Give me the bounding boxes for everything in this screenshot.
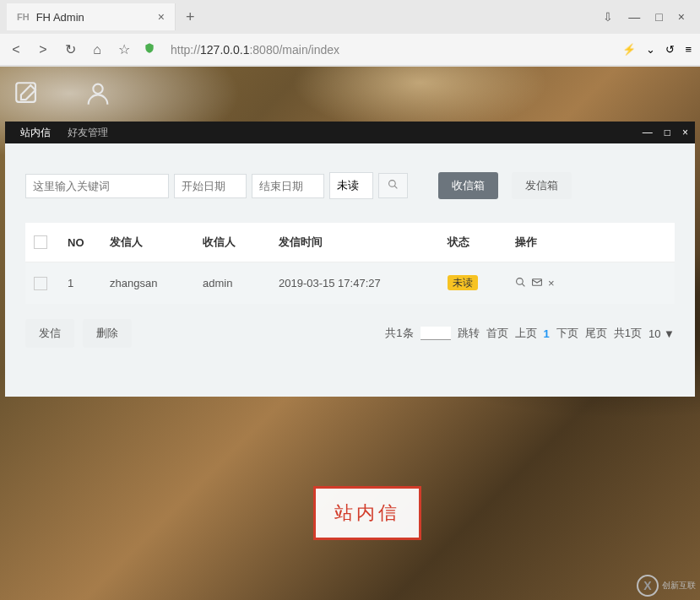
delete-row-icon[interactable]: × — [548, 277, 555, 290]
modal-maximize-icon[interactable]: □ — [665, 127, 670, 138]
nav-forward-icon[interactable]: > — [35, 42, 51, 57]
modal-window-controls: — □ × — [643, 127, 688, 138]
filter-bar: 未读 收信箱 发信箱 — [25, 172, 675, 199]
watermark-text: 创新互联 — [662, 580, 696, 592]
prev-page-link[interactable]: 上页 — [515, 326, 537, 341]
browser-chrome: FH FH Admin × + ⇩ — □ × < > ↻ ⌂ ☆ http:/… — [0, 0, 700, 67]
mail-table: NO 发信人 收信人 发信时间 状态 操作 1 zhangsan — [25, 223, 675, 304]
watermark: X 创新互联 — [637, 575, 696, 597]
modal-close-icon[interactable]: × — [682, 127, 688, 138]
svg-point-3 — [517, 278, 524, 284]
nav-reload-icon[interactable]: ↻ — [62, 41, 78, 57]
modal-tabs: 站内信 好友管理 — [12, 122, 117, 143]
select-all-checkbox[interactable] — [34, 235, 47, 249]
row-checkbox[interactable] — [34, 277, 47, 290]
cell-send-time: 2019-03-15 17:47:27 — [270, 262, 439, 305]
delete-button[interactable]: 删除 — [83, 319, 132, 348]
search-button[interactable] — [378, 173, 408, 198]
view-icon[interactable] — [515, 277, 526, 290]
nav-home-icon[interactable]: ⌂ — [90, 42, 105, 57]
total-count: 共1条 — [385, 326, 413, 341]
top-icons — [13, 79, 112, 115]
jump-label: 跳转 — [458, 326, 480, 341]
table-row: 1 zhangsan admin 2019-03-15 17:47:27 未读 … — [25, 262, 675, 305]
nav-bar: < > ↻ ⌂ ☆ http://127.0.0.1:8080/main/ind… — [0, 34, 700, 66]
keyword-input[interactable] — [25, 174, 169, 198]
url-path: :8080/main/index — [249, 43, 339, 57]
url-prefix: http:// — [171, 43, 200, 57]
modal-tab-inbox[interactable]: 站内信 — [12, 122, 59, 143]
header-receiver: 收信人 — [194, 223, 270, 262]
svg-point-2 — [389, 181, 396, 187]
cell-no: 1 — [59, 262, 101, 305]
end-date-input[interactable] — [252, 174, 324, 198]
window-controls: ⇩ — □ × — [603, 10, 693, 24]
nav-right-controls: ⚡ ⌄ ↺ ≡ — [622, 43, 692, 56]
header-sender: 发信人 — [101, 223, 194, 262]
status-select[interactable]: 未读 — [329, 172, 373, 199]
callout-text: 站内信 — [334, 500, 400, 526]
total-pages: 共1页 — [614, 326, 642, 341]
window-minimize-icon[interactable]: — — [628, 10, 640, 24]
flash-icon[interactable]: ⚡ — [622, 43, 636, 56]
page-size-select[interactable]: 10 ▼ — [648, 327, 675, 340]
tab-close-icon[interactable]: × — [158, 10, 165, 24]
page-jump-input[interactable] — [421, 327, 451, 340]
window-maximize-icon[interactable]: □ — [655, 10, 662, 24]
cell-sender: zhangsan — [101, 262, 194, 305]
bottom-bar: 发信 删除 共1条 跳转 首页 上页 1 下页 尾页 共1页 10 ▼ — [25, 304, 675, 348]
outbox-button[interactable]: 发信箱 — [512, 172, 572, 199]
next-page-link[interactable]: 下页 — [556, 326, 578, 341]
nav-star-icon[interactable]: ☆ — [117, 41, 132, 57]
modal-minimize-icon[interactable]: — — [643, 127, 653, 138]
start-date-input[interactable] — [174, 174, 247, 198]
nav-refresh-dropdown-icon[interactable]: ↺ — [665, 43, 675, 56]
header-status: 状态 — [439, 223, 507, 262]
modal-tab-friends[interactable]: 好友管理 — [59, 122, 117, 143]
first-page-link[interactable]: 首页 — [486, 326, 508, 341]
address-bar[interactable]: http://127.0.0.1:8080/main/index — [167, 40, 610, 60]
url-host: 127.0.0.1 — [200, 43, 249, 57]
table-header-row: NO 发信人 收信人 发信时间 状态 操作 — [25, 223, 675, 262]
header-no: NO — [59, 223, 101, 262]
header-send-time: 发信时间 — [270, 223, 439, 262]
browser-tab[interactable]: FH FH Admin × — [7, 3, 176, 30]
watermark-logo: X — [637, 575, 659, 597]
callout-label: 站内信 — [313, 486, 421, 540]
table-wrap: NO 发信人 收信人 发信时间 状态 操作 1 zhangsan — [25, 223, 675, 304]
chevron-down-icon[interactable]: ⌄ — [646, 43, 655, 56]
send-button[interactable]: 发信 — [25, 319, 74, 348]
mail-icon[interactable] — [531, 277, 543, 290]
last-page-link[interactable]: 尾页 — [585, 326, 607, 341]
header-operate: 操作 — [507, 223, 675, 262]
shield-icon[interactable] — [144, 42, 155, 57]
download-icon[interactable]: ⇩ — [603, 10, 613, 24]
tab-title: FH Admin — [36, 11, 151, 24]
modal-body: 未读 收信箱 发信箱 NO 发信人 收信人 发 — [5, 143, 695, 397]
new-tab-button[interactable]: + — [176, 2, 205, 33]
compose-icon[interactable] — [13, 79, 41, 115]
tab-bar: FH FH Admin × + ⇩ — □ × — [0, 0, 700, 34]
window-close-icon[interactable]: × — [678, 10, 685, 24]
row-actions: × — [515, 277, 666, 290]
inbox-button[interactable]: 收信箱 — [438, 172, 498, 199]
user-icon[interactable] — [84, 79, 112, 115]
pagination: 共1条 跳转 首页 上页 1 下页 尾页 共1页 10 ▼ — [385, 326, 675, 341]
modal-window: 站内信 好友管理 — □ × 未读 收信箱 发信箱 — [5, 122, 695, 397]
app-background: 站内信 好友管理 — □ × 未读 收信箱 发信箱 — [0, 67, 700, 600]
svg-point-1 — [93, 84, 102, 94]
nav-back-icon[interactable]: < — [8, 42, 24, 57]
cell-receiver: admin — [194, 262, 270, 305]
nav-menu-icon[interactable]: ≡ — [685, 43, 692, 56]
current-page: 1 — [544, 327, 550, 340]
modal-header: 站内信 好友管理 — □ × — [5, 122, 695, 143]
status-badge: 未读 — [448, 275, 478, 290]
tab-favicon: FH — [17, 12, 30, 22]
